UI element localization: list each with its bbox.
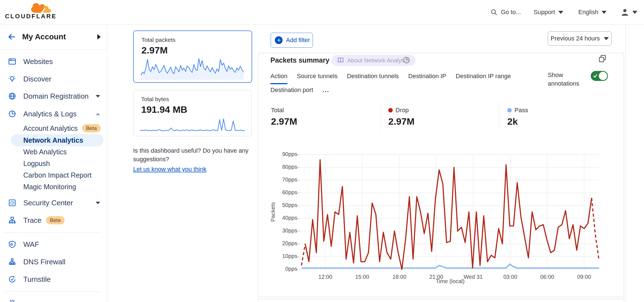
burst-icon bbox=[8, 299, 16, 302]
arrow-left-icon[interactable] bbox=[8, 33, 16, 41]
sidebar-item-security-center[interactable]: Security Center bbox=[0, 196, 107, 210]
lightbulb-icon bbox=[8, 75, 16, 83]
sidebar-item-dns-firewall[interactable]: DNS Firewall bbox=[0, 255, 107, 269]
chevron-down-icon bbox=[632, 11, 637, 14]
sidebar-item-trace[interactable]: Trace Beta bbox=[0, 213, 107, 227]
stat-value: 2.97M bbox=[388, 116, 415, 127]
x-axis-title: Time (local) bbox=[417, 278, 483, 285]
sidebar-item-magic-monitoring[interactable]: Magic Monitoring bbox=[0, 181, 107, 193]
x-tick-label: 15:00 bbox=[346, 274, 379, 280]
sidebar-item-label: Magic Monitoring bbox=[23, 183, 76, 191]
sidebar-item-label: Security Center bbox=[23, 199, 73, 207]
total-packets-card[interactable]: Total packets 2.97M bbox=[133, 30, 252, 83]
tab-destination-ip[interactable]: Destination IP bbox=[408, 73, 446, 84]
search-icon bbox=[490, 9, 498, 16]
top-header: CLOUDFLARE Go to... Support English bbox=[0, 0, 644, 25]
sidebar-item-label: Logpush bbox=[23, 160, 50, 168]
x-tick-label: 12:00 bbox=[309, 274, 342, 280]
stat-label: Drop bbox=[395, 107, 409, 114]
y-tick-label: 0pps bbox=[258, 266, 297, 272]
check-icon bbox=[593, 74, 598, 78]
sidebar-item-turnstile[interactable]: Turnstile bbox=[0, 272, 107, 286]
stat-label: Pass bbox=[514, 107, 528, 114]
section-title: Packets summary bbox=[270, 56, 329, 64]
sidebar-item-waf[interactable]: WAF bbox=[0, 237, 107, 252]
more-tabs-button[interactable]: ... bbox=[323, 86, 329, 97]
add-filter-button[interactable]: + Add filter bbox=[271, 33, 313, 48]
chevron-right-icon[interactable] bbox=[97, 34, 101, 40]
stat-value: 2.97M bbox=[271, 116, 297, 127]
globe-icon bbox=[8, 92, 16, 100]
pie-chart-icon[interactable] bbox=[402, 56, 410, 64]
tab-destination-port[interactable]: Destination port bbox=[270, 86, 313, 97]
sidebar-item-label: WAF bbox=[23, 240, 39, 249]
card-value: 191.94 MB bbox=[141, 104, 251, 115]
y-tick-label: 30pps bbox=[258, 227, 297, 234]
sidebar-item-carbon-impact-report[interactable]: Carbon Impact Report bbox=[0, 169, 107, 181]
stat-divider bbox=[499, 105, 499, 130]
total-packets-sparkline bbox=[141, 55, 244, 80]
time-range-label: Previous 24 hours bbox=[551, 35, 600, 42]
tab-destination-ip-range[interactable]: Destination IP range bbox=[456, 73, 511, 84]
toggle-knob bbox=[599, 72, 607, 80]
about-badge-label: About Network Analytics bbox=[347, 57, 410, 64]
chevron-up-icon bbox=[96, 113, 100, 115]
tab-source-tunnels[interactable]: Source tunnels bbox=[297, 73, 338, 84]
support-menu[interactable]: Support bbox=[534, 0, 563, 24]
sidebar-item-logpush[interactable]: Logpush bbox=[0, 157, 107, 170]
sidebar-divider bbox=[4, 232, 101, 233]
sidebar-item-discover[interactable]: Discover bbox=[0, 72, 107, 86]
y-tick-label: 60pps bbox=[258, 189, 297, 196]
sidebar-item-label: Analytics & Logs bbox=[23, 110, 77, 118]
copy-expand-icon[interactable] bbox=[598, 54, 607, 63]
plus-icon: + bbox=[275, 36, 283, 44]
time-range-dropdown[interactable]: Previous 24 hours bbox=[548, 31, 612, 46]
sidebar-item-label: DNS Firewall bbox=[23, 258, 65, 266]
tab-destination-tunnels[interactable]: Destination tunnels bbox=[347, 73, 399, 84]
tab-action[interactable]: Action bbox=[270, 73, 287, 84]
sidebar-item-label: Domain Registration bbox=[23, 92, 89, 101]
sidebar-item-partial[interactable] bbox=[0, 295, 107, 302]
x-tick-label: 09:00 bbox=[567, 274, 601, 280]
go-to-label: Go to... bbox=[501, 9, 521, 16]
sidebar-item-websites[interactable]: Websites bbox=[0, 54, 107, 69]
sidebar-item-domain-registration[interactable]: Domain Registration bbox=[0, 89, 107, 103]
show-annotations-toggle[interactable] bbox=[591, 71, 608, 81]
total-bytes-sparkline bbox=[140, 116, 245, 134]
sidebar-item-label: Carbon Impact Report bbox=[23, 171, 92, 179]
y-tick-label: 40pps bbox=[258, 215, 297, 221]
sidebar-item-account-analytics[interactable]: Account Analytics Beta bbox=[0, 122, 107, 134]
stat-drop: Drop 2.97M bbox=[388, 107, 415, 127]
browser-window-icon bbox=[8, 58, 16, 65]
total-bytes-card[interactable]: Total bytes 191.94 MB bbox=[133, 90, 252, 136]
scroll-gutter[interactable] bbox=[625, 24, 626, 302]
sidebar-item-label: Network Analytics bbox=[23, 136, 83, 144]
go-to-search[interactable]: Go to... bbox=[490, 0, 521, 24]
language-label: English bbox=[578, 9, 598, 16]
brand-name: CLOUDFLARE bbox=[5, 13, 57, 20]
x-tick-label: 18:00 bbox=[383, 274, 416, 280]
x-tick-label: 06:00 bbox=[531, 274, 564, 280]
y-tick-label: 50pps bbox=[258, 202, 297, 208]
sidebar-item-web-analytics[interactable]: Web Analytics bbox=[0, 146, 107, 158]
account-menu[interactable] bbox=[621, 0, 637, 24]
feedback-link[interactable]: Let us know what you think bbox=[133, 166, 206, 173]
pass-legend-dot bbox=[507, 108, 512, 112]
circular-check-icon bbox=[8, 275, 16, 283]
drop-legend-dot bbox=[388, 108, 393, 112]
stat-label: Total bbox=[271, 107, 297, 114]
y-tick-label: 80pps bbox=[258, 164, 297, 170]
x-tick-label: 03:00 bbox=[494, 274, 527, 280]
sidebar-item-analytics-logs[interactable]: Analytics & Logs bbox=[0, 107, 107, 121]
sidebar-item-network-analytics[interactable]: Network Analytics bbox=[11, 134, 103, 146]
trace-diagram-icon bbox=[8, 216, 16, 224]
support-label: Support bbox=[534, 9, 555, 16]
card-title: Total bytes bbox=[141, 96, 251, 103]
sidebar-account-header[interactable]: My Account bbox=[0, 24, 107, 50]
analytics-pie-icon bbox=[8, 110, 16, 118]
beta-badge: Beta bbox=[82, 124, 101, 132]
chevron-down-icon bbox=[558, 11, 563, 14]
beta-badge: Beta bbox=[46, 216, 65, 224]
summary-tabs-row2: Destination port ... bbox=[270, 86, 329, 97]
language-menu[interactable]: English bbox=[578, 0, 607, 24]
